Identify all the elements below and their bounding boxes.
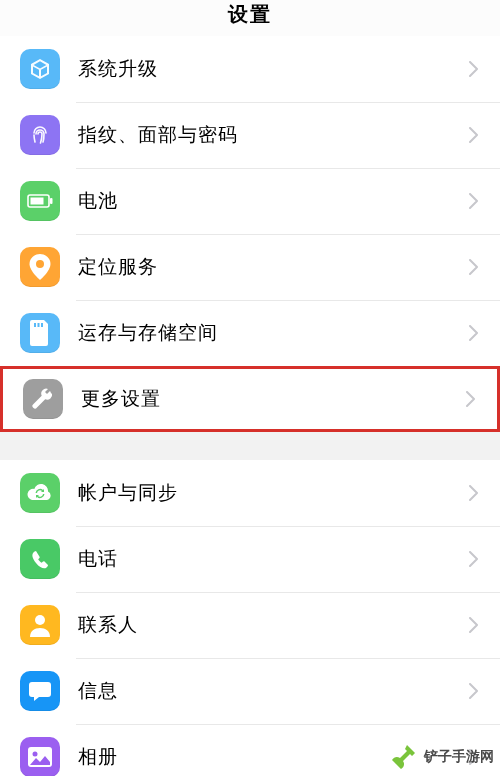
person-icon bbox=[20, 605, 60, 645]
row-phone[interactable]: 电话 bbox=[0, 526, 500, 592]
photo-icon bbox=[20, 737, 60, 776]
row-system-upgrade[interactable]: 系统升级 bbox=[0, 36, 500, 102]
chevron-right-icon bbox=[462, 613, 486, 637]
row-storage[interactable]: 运存与存储空间 bbox=[0, 300, 500, 366]
row-account-sync[interactable]: 帐户与同步 bbox=[0, 460, 500, 526]
chevron-right-icon bbox=[459, 387, 483, 411]
chevron-right-icon bbox=[462, 321, 486, 345]
watermark-brand: 铲子手游网 bbox=[424, 748, 494, 766]
chevron-right-icon bbox=[462, 123, 486, 147]
svg-rect-6 bbox=[41, 323, 43, 327]
sdcard-icon bbox=[20, 313, 60, 353]
shovel-icon bbox=[388, 742, 418, 772]
row-battery[interactable]: 电池 bbox=[0, 168, 500, 234]
row-label: 指纹、面部与密码 bbox=[78, 122, 462, 148]
settings-group-2: 帐户与同步 电话 联系人 信息 相册 bbox=[0, 460, 500, 776]
chevron-right-icon bbox=[462, 255, 486, 279]
chevron-right-icon bbox=[462, 189, 486, 213]
fingerprint-icon bbox=[20, 115, 60, 155]
location-icon bbox=[20, 247, 60, 287]
phone-icon bbox=[20, 539, 60, 579]
chevron-right-icon bbox=[462, 481, 486, 505]
svg-rect-2 bbox=[50, 198, 53, 204]
svg-rect-1 bbox=[31, 198, 44, 205]
svg-rect-5 bbox=[38, 323, 40, 327]
row-label: 系统升级 bbox=[78, 56, 462, 82]
row-location[interactable]: 定位服务 bbox=[0, 234, 500, 300]
svg-rect-4 bbox=[34, 323, 36, 327]
row-label: 帐户与同步 bbox=[78, 480, 462, 506]
row-biometric[interactable]: 指纹、面部与密码 bbox=[0, 102, 500, 168]
svg-point-3 bbox=[36, 260, 44, 268]
row-label: 信息 bbox=[78, 678, 462, 704]
cube-icon bbox=[20, 49, 60, 89]
highlight-more-settings: 更多设置 bbox=[0, 366, 500, 432]
page-title: 设置 bbox=[0, 0, 500, 36]
row-more-settings[interactable]: 更多设置 bbox=[3, 369, 497, 429]
svg-point-7 bbox=[35, 615, 45, 625]
chevron-right-icon bbox=[462, 547, 486, 571]
row-messages[interactable]: 信息 bbox=[0, 658, 500, 724]
chevron-right-icon bbox=[462, 679, 486, 703]
row-label: 更多设置 bbox=[81, 386, 459, 412]
settings-group-1: 系统升级 指纹、面部与密码 电池 定位服务 bbox=[0, 36, 500, 432]
row-label: 运存与存储空间 bbox=[78, 320, 462, 346]
chat-icon bbox=[20, 671, 60, 711]
svg-point-9 bbox=[33, 752, 38, 757]
row-label: 电话 bbox=[78, 546, 462, 572]
wrench-icon bbox=[23, 379, 63, 419]
row-contacts[interactable]: 联系人 bbox=[0, 592, 500, 658]
row-label: 联系人 bbox=[78, 612, 462, 638]
row-label: 电池 bbox=[78, 188, 462, 214]
row-label: 定位服务 bbox=[78, 254, 462, 280]
cloud-sync-icon bbox=[20, 473, 60, 513]
battery-icon bbox=[20, 181, 60, 221]
watermark: 铲子手游网 www.czjxsw.com bbox=[388, 742, 494, 772]
chevron-right-icon bbox=[462, 57, 486, 81]
